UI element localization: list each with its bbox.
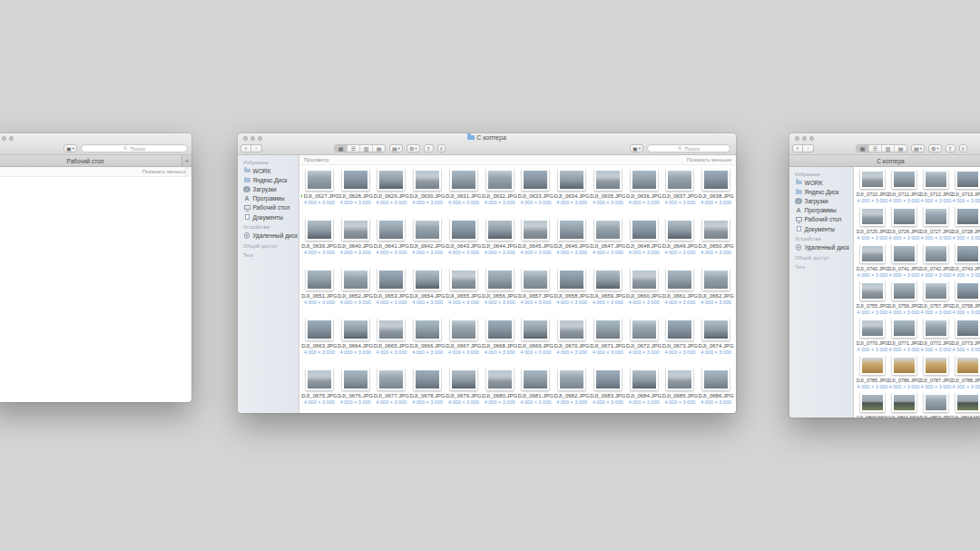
file-item[interactable]: DJI_0728.JPG 4 000 × 3 000 [952,207,980,244]
tab-desktop[interactable]: Рабочий стол [0,155,181,166]
file-item[interactable]: DJI_0682.JPG 4 000 × 3 000 [554,369,590,413]
file-item[interactable]: DJI_0656.JPG 4 000 × 3 000 [482,269,518,319]
file-item[interactable]: DJI_0713.JPG 4 000 × 3 000 [952,170,980,207]
search-field[interactable]: Поиск [81,144,188,153]
action-dropdown[interactable]: ⚙ ▾ [407,144,420,153]
back-button[interactable]: ‹ [792,144,803,153]
file-item[interactable]: DJI_0803.MOV [952,393,980,418]
file-item[interactable]: DJI_0664.JPG 4 000 × 3 000 [338,319,374,369]
new-tab-button[interactable]: + [181,155,191,166]
file-item[interactable]: DJI_0678.JPG 4 000 × 3 000 [409,369,446,413]
sidebar-item-folder[interactable]: Яндекс.Диск [238,175,299,184]
file-item[interactable]: DJI_0638.JPG 4 000 × 3 000 [698,169,734,219]
file-item[interactable]: DJI_0633.JPG 4 000 × 3 000 [518,169,554,219]
forward-button[interactable]: › [803,144,814,153]
file-item[interactable]: DJI_0657.JPG 4 000 × 3 000 [518,269,554,319]
file-item[interactable]: DJI_0013.JPG 4 000 × 3 000 [61,174,124,177]
share-button[interactable]: ⇧ [946,144,956,153]
file-item[interactable]: DJI_0800.MOV [857,393,888,418]
file-item[interactable]: DJI_0627.JPG 4 000 × 3 000 [301,169,338,219]
sidebar-item-disc[interactable]: Удаленный диск [238,231,299,240]
share-button[interactable]: ⇧ [424,144,434,153]
file-item[interactable]: DJI_0636.JPG 4 000 × 3 000 [626,169,662,219]
file-item[interactable]: DJI_0801.MOV [888,393,920,418]
file-item[interactable]: DJI_0661.JPG 4 000 × 3 000 [662,269,699,319]
file-item[interactable]: DJI_0727.JPG 4 000 × 3 000 [920,207,952,244]
sidebar-item-desktop[interactable]: Рабочий стол [238,203,299,212]
file-item[interactable]: DJI_0662.JPG 4 000 × 3 000 [698,269,734,319]
file-item[interactable]: DJI_0684.JPG 4 000 × 3 000 [626,369,662,413]
file-item[interactable]: DJI_0674.JPG 4 000 × 3 000 [698,319,734,369]
file-item[interactable]: DJI_0787.JPG 4 000 × 3 000 [920,356,952,393]
file-item[interactable]: DJI_0681.JPG 4 000 × 3 000 [518,369,554,413]
file-item[interactable]: DJI_0630.JPG 4 000 × 3 000 [409,169,446,219]
file-item[interactable]: DJI_0651.JPG 4 000 × 3 000 [301,269,338,319]
file-item[interactable]: DJI_0643.JPG 4 000 × 3 000 [446,219,482,269]
file-item[interactable]: DJI_0726.JPG 4 000 × 3 000 [888,207,920,244]
file-item[interactable]: DJI_0014.JPG 4 000 × 3 000 [124,174,188,177]
file-item[interactable]: DJI_0677.JPG 4 000 × 3 000 [374,369,410,413]
sidebar-item-documents[interactable]: Документы [789,224,853,233]
arrange-dropdown[interactable]: ▤ ▾ [911,144,925,153]
file-item[interactable]: DJI_0773.JPG 4 000 × 3 000 [952,319,980,356]
action-dropdown[interactable]: ⚙ ▾ [928,144,942,153]
file-item[interactable]: DJI_0680.JPG 4 000 × 3 000 [482,369,518,413]
tags-button[interactable]: ◊ [959,144,967,153]
file-item[interactable]: DJI_0676.JPG 4 000 × 3 000 [338,369,374,413]
arrange-dropdown[interactable]: ▤ ▾ [389,144,403,153]
file-item[interactable]: DJI_0673.JPG 4 000 × 3 000 [662,319,699,369]
zoom-button[interactable] [809,136,814,141]
show-less-link[interactable]: Показать меньше [687,157,731,162]
column-view-button[interactable]: ▥ [882,145,895,152]
file-item[interactable]: DJI_0802.JPG [920,393,952,418]
file-item[interactable]: DJI_0758.JPG 4 000 × 3 000 [952,281,980,319]
icon-view-button[interactable]: ▦ [335,145,348,152]
file-item[interactable]: DJI_0663.JPG 4 000 × 3 000 [301,319,338,369]
minimize-button[interactable] [802,136,807,141]
list-view-button[interactable]: ☰ [869,145,882,152]
file-item[interactable]: DJI_0641.JPG 4 000 × 3 000 [374,219,410,269]
file-item[interactable]: DJI_0665.JPG 4 000 × 3 000 [374,319,410,369]
sidebar-item-folder[interactable]: WORK [789,178,853,187]
close-button[interactable] [795,136,799,141]
file-item[interactable]: DJI_0666.JPG 4 000 × 3 000 [409,319,446,369]
file-item[interactable]: DJI_0743.JPG 4 000 × 3 000 [952,244,980,281]
file-item[interactable]: DJI_0646.JPG 4 000 × 3 000 [554,219,590,269]
file-item[interactable]: DJI_0740.JPG 4 000 × 3 000 [857,244,888,281]
titlebar[interactable]: С коптера [238,133,736,143]
gallery-view-button[interactable]: ▤ [373,145,385,152]
sidebar-item-desktop[interactable]: Рабочий стол [789,215,853,224]
file-item[interactable]: DJI_0686.JPG 4 000 × 3 000 [698,369,734,413]
file-item[interactable]: DJI_0667.JPG 4 000 × 3 000 [446,319,482,369]
file-item[interactable]: DJI_0756.JPG 4 000 × 3 000 [888,281,920,319]
file-item[interactable]: DJI_0012.JPG 4 000 × 3 000 [0,174,61,177]
file-item[interactable]: DJI_0647.JPG 4 000 × 3 000 [590,219,626,269]
file-item[interactable]: DJI_0639.JPG 4 000 × 3 000 [301,219,338,269]
file-item[interactable]: DJI_0772.JPG 4 000 × 3 000 [920,319,952,356]
vertical-scrollbar[interactable] [185,167,191,177]
sidebar-item-disc[interactable]: Удаленный диск [789,242,853,251]
file-item[interactable]: DJI_0631.JPG 4 000 × 3 000 [446,169,482,219]
tags-button[interactable]: ◊ [437,144,446,153]
icon-view-button[interactable]: ▦ [857,145,869,152]
file-item[interactable]: DJI_0635.JPG 4 000 × 3 000 [590,169,626,219]
file-item[interactable]: DJI_0648.JPG 4 000 × 3 000 [626,219,662,269]
list-view-button[interactable]: ☰ [348,145,360,152]
back-button[interactable]: ‹ [240,144,251,153]
file-item[interactable]: DJI_0679.JPG 4 000 × 3 000 [446,369,482,413]
file-item[interactable]: DJI_0654.JPG 4 000 × 3 000 [409,269,446,319]
file-item[interactable]: DJI_0710.JPG 4 000 × 3 000 [857,170,888,207]
file-item[interactable]: DJI_0712.JPG 4 000 × 3 000 [920,170,952,207]
file-item[interactable]: DJI_0637.JPG 4 000 × 3 000 [662,169,699,219]
file-item[interactable]: DJI_0649.JPG 4 000 × 3 000 [662,219,699,269]
sidebar-item-downloads[interactable]: Загрузки [789,197,853,205]
forward-button[interactable]: › [251,144,262,153]
file-item[interactable]: DJI_0668.JPG 4 000 × 3 000 [482,319,518,369]
file-item[interactable]: DJI_0741.JPG 4 000 × 3 000 [888,244,920,281]
gallery-view-button[interactable]: ▤ [895,145,906,152]
file-item[interactable]: DJI_0629.JPG 4 000 × 3 000 [374,169,410,219]
file-item[interactable]: DJI_0644.JPG 4 000 × 3 000 [482,219,518,269]
titlebar[interactable] [0,133,191,143]
file-item[interactable]: DJI_0742.JPG 4 000 × 3 000 [920,244,952,281]
file-item[interactable]: DJI_0771.JPG 4 000 × 3 000 [888,319,920,356]
